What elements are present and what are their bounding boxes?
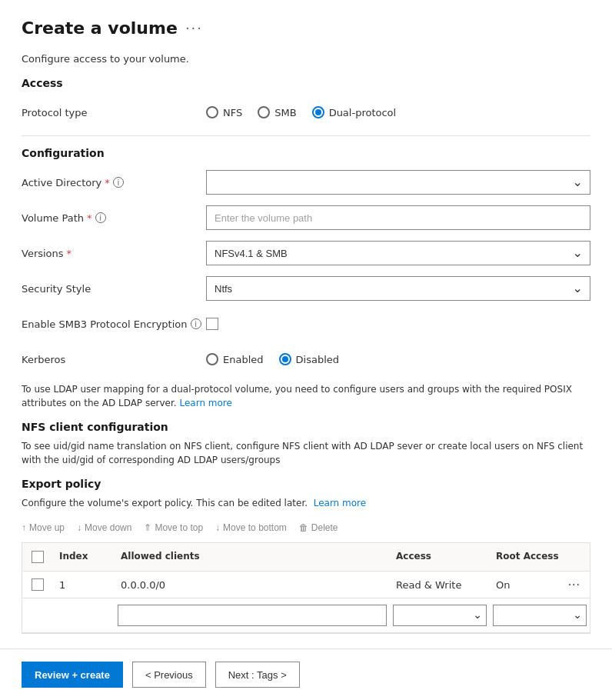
security-style-select-wrapper: Ntfs <box>206 276 590 301</box>
configuration-section-title: Configuration <box>22 147 590 159</box>
smb3-encryption-checkbox-wrapper <box>206 318 590 330</box>
export-policy-title: Export policy <box>22 478 590 490</box>
volume-path-row: Volume Path * i <box>22 205 590 230</box>
smb3-encryption-control <box>206 318 590 330</box>
nfs-label: NFS <box>223 107 242 118</box>
row-checkbox-cell <box>22 572 53 597</box>
review-create-button[interactable]: Review + create <box>22 662 123 688</box>
delete-icon: 🗑 <box>299 522 308 533</box>
more-options-icon[interactable]: ··· <box>185 20 203 36</box>
kerberos-enabled-option[interactable]: Enabled <box>206 353 264 365</box>
nfs-radio[interactable] <box>206 106 218 118</box>
page-description: Configure access to your volume. <box>22 53 590 65</box>
smb3-encryption-checkbox[interactable] <box>206 318 218 330</box>
edit-access-select[interactable] <box>393 605 487 626</box>
row-allowed-clients: 0.0.0.0/0 <box>115 573 390 597</box>
edit-allowed-clients-cell <box>115 602 390 629</box>
nfs-section-title: NFS client configuration <box>22 421 590 433</box>
protocol-radio-group: NFS SMB Dual-protocol <box>206 106 590 118</box>
dual-protocol-radio-option[interactable]: Dual-protocol <box>312 106 397 118</box>
next-button[interactable]: Next : Tags > <box>215 662 300 688</box>
kerberos-label: Kerberos <box>22 354 206 365</box>
versions-row: Versions * NFSv4.1 & SMB <box>22 241 590 265</box>
table-header-row: Index Allowed clients Access Root Access <box>22 543 590 572</box>
row-access: Read & Write <box>390 573 490 597</box>
active-directory-select[interactable] <box>206 170 590 195</box>
volume-path-label: Volume Path * i <box>22 212 206 224</box>
versions-label: Versions * <box>22 248 206 259</box>
header-index: Index <box>53 548 115 566</box>
smb-label: SMB <box>274 107 296 118</box>
move-up-icon: ↑ <box>22 522 26 533</box>
edit-index-cell <box>53 612 115 618</box>
active-directory-label: Active Directory * i <box>22 177 206 188</box>
move-to-bottom-icon: ↓ <box>215 522 220 533</box>
smb3-encryption-label: Enable SMB3 Protocol Encryption i <box>22 318 206 330</box>
versions-control: NFSv4.1 & SMB <box>206 241 590 265</box>
edit-allowed-clients-input[interactable] <box>118 605 387 626</box>
ldap-learn-more-link[interactable]: Learn more <box>179 398 231 408</box>
edit-access-select-wrapper <box>393 605 487 626</box>
edit-root-access-cell <box>490 602 590 629</box>
nfs-radio-option[interactable]: NFS <box>206 106 242 118</box>
active-directory-select-wrapper <box>206 170 590 195</box>
row-index: 1 <box>53 573 115 597</box>
row-root-access: On ··· <box>490 572 590 598</box>
active-directory-control <box>206 170 590 195</box>
protocol-type-label: Protocol type <box>22 107 206 118</box>
page-footer: Review + create < Previous Next : Tags > <box>0 648 612 700</box>
kerberos-enabled-radio[interactable] <box>206 353 218 365</box>
security-style-label: Security Style <box>22 283 206 295</box>
header-checkbox-cell <box>22 548 53 566</box>
volume-path-required: * <box>87 212 92 224</box>
volume-path-control <box>206 205 590 230</box>
smb-radio[interactable] <box>258 106 270 118</box>
table-row: 1 0.0.0.0/0 Read & Write On ··· <box>22 572 590 598</box>
nfs-description: To see uid/gid name translation on NFS c… <box>22 439 590 467</box>
header-access: Access <box>390 548 490 566</box>
header-allowed-clients: Allowed clients <box>115 548 390 566</box>
versions-required: * <box>67 248 72 259</box>
move-to-bottom-button[interactable]: ↓ Move to bottom <box>215 522 287 533</box>
kerberos-enabled-label: Enabled <box>223 354 264 365</box>
kerberos-row: Kerberos Enabled Disabled <box>22 347 590 372</box>
versions-select-wrapper: NFSv4.1 & SMB <box>206 241 590 265</box>
kerberos-disabled-radio[interactable] <box>279 353 291 365</box>
ldap-info-text: To use LDAP user mapping for a dual-prot… <box>22 382 590 410</box>
previous-button[interactable]: < Previous <box>132 662 206 688</box>
edit-root-access-select[interactable] <box>493 605 587 626</box>
table-edit-row <box>22 598 590 633</box>
edit-access-cell <box>390 602 490 629</box>
access-section-title: Access <box>22 77 590 89</box>
kerberos-disabled-option[interactable]: Disabled <box>279 353 339 365</box>
security-style-select[interactable]: Ntfs <box>206 276 590 301</box>
row-checkbox[interactable] <box>32 578 44 591</box>
export-policy-toolbar: ↑ Move up ↓ Move down ⇑ Move to top ↓ Mo… <box>22 519 590 536</box>
volume-path-info-icon[interactable]: i <box>95 212 106 223</box>
delete-button[interactable]: 🗑 Delete <box>299 522 338 533</box>
security-style-control: Ntfs <box>206 276 590 301</box>
versions-select[interactable]: NFSv4.1 & SMB <box>206 241 590 265</box>
edit-root-access-select-wrapper <box>493 605 587 626</box>
move-down-button[interactable]: ↓ Move down <box>77 522 131 533</box>
move-to-top-icon: ⇑ <box>144 522 151 533</box>
page-title: Create a volume <box>22 18 178 38</box>
export-learn-more-link[interactable]: Learn more <box>314 498 366 508</box>
edit-checkbox-cell <box>22 612 53 618</box>
smb-radio-option[interactable]: SMB <box>258 106 296 118</box>
row-more-button[interactable]: ··· <box>565 578 584 592</box>
kerberos-disabled-label: Disabled <box>296 354 339 365</box>
kerberos-radio-group: Enabled Disabled <box>206 353 590 365</box>
header-root-access: Root Access <box>490 548 590 566</box>
volume-path-input[interactable] <box>206 205 590 230</box>
move-up-button[interactable]: ↑ Move up <box>22 522 65 533</box>
move-down-icon: ↓ <box>77 522 81 533</box>
header-checkbox[interactable] <box>32 551 44 563</box>
smb3-encryption-info-icon[interactable]: i <box>191 318 201 329</box>
active-directory-info-icon[interactable]: i <box>113 177 124 188</box>
dual-protocol-radio[interactable] <box>312 106 324 118</box>
protocol-type-row: Protocol type NFS SMB Dual-protocol <box>22 100 590 125</box>
smb3-encryption-row: Enable SMB3 Protocol Encryption i <box>22 312 590 336</box>
move-to-top-button[interactable]: ⇑ Move to top <box>144 522 203 533</box>
dual-protocol-label: Dual-protocol <box>329 107 397 118</box>
